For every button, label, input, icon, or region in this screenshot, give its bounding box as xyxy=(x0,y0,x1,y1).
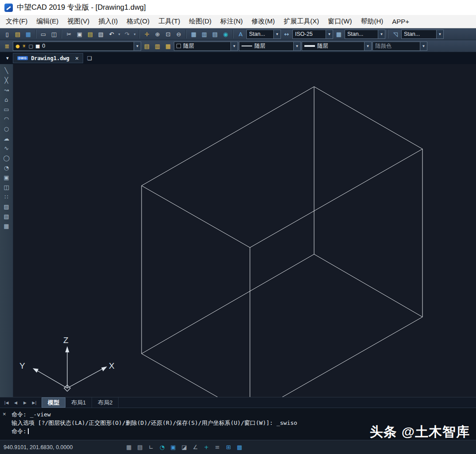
table-style-icon[interactable]: ▦ xyxy=(334,29,344,39)
menu-item-express[interactable]: 扩展工具(X) xyxy=(279,15,323,28)
chevron-down-icon[interactable]: ▼ xyxy=(134,42,141,50)
menu-item-draw[interactable]: 绘图(D) xyxy=(184,15,216,28)
table-panel-icon[interactable]: ▥ xyxy=(200,29,209,39)
quick-properties-icon[interactable]: ⊞ xyxy=(223,443,234,452)
chevron-down-icon[interactable]: ▼ xyxy=(230,42,238,50)
viewport-panel-icon[interactable]: ▦ xyxy=(189,29,199,39)
menu-item-tools[interactable]: 工具(T) xyxy=(154,15,184,28)
text-style-icon[interactable]: A xyxy=(236,29,246,39)
table-icon[interactable]: ▦ xyxy=(1,221,12,231)
chevron-down-icon[interactable]: ▼ xyxy=(273,30,280,38)
color-combo[interactable]: 随层▼ xyxy=(174,42,238,51)
menu-item-edit[interactable]: 编辑(E) xyxy=(32,15,63,28)
layer-isolate-icon[interactable]: ▦ xyxy=(163,41,173,51)
pan-icon[interactable]: ✛ xyxy=(142,29,152,39)
rectangle-icon[interactable]: ▭ xyxy=(1,105,12,114)
model-paper-toggle-icon[interactable]: ▩ xyxy=(234,443,245,452)
dim-style-combo[interactable]: ISO-25▼ xyxy=(292,30,333,39)
layer-states-icon[interactable]: ▥ xyxy=(153,41,162,51)
construction-line-icon[interactable]: ╳ xyxy=(1,76,12,85)
hatch-icon[interactable]: ▨ xyxy=(1,202,12,211)
object-snap-icon[interactable]: ▣ xyxy=(168,443,178,452)
polyline-icon[interactable]: ↝ xyxy=(1,85,12,95)
zoom-previous-icon[interactable]: ⊖ xyxy=(174,29,184,39)
menu-item-app[interactable]: APP+ xyxy=(388,15,414,28)
print-preview-icon[interactable]: ◫ xyxy=(49,29,59,39)
point-icon[interactable]: ∷ xyxy=(1,192,12,202)
make-block-icon[interactable]: ◫ xyxy=(1,183,12,192)
menu-item-modify[interactable]: 修改(M) xyxy=(247,15,280,28)
polygon-icon[interactable]: ⌂ xyxy=(1,95,12,104)
menu-item-window[interactable]: 窗口(W) xyxy=(323,15,356,28)
mleader-style-icon[interactable]: ◹ xyxy=(391,29,400,39)
redo-dropdown-icon[interactable]: ▾ xyxy=(133,32,137,36)
redo-icon[interactable]: ↷ xyxy=(122,29,132,39)
layer-combo[interactable]: ●☀▢■0▼ xyxy=(13,42,141,51)
grid-display-icon[interactable]: ▦ xyxy=(124,443,134,452)
spline-icon[interactable]: ∿ xyxy=(1,144,12,153)
chevron-down-icon[interactable]: ▼ xyxy=(436,30,443,38)
layout-tab-model[interactable]: 模型 xyxy=(42,397,65,408)
menu-item-dimension[interactable]: 标注(N) xyxy=(216,15,247,28)
previous-tab-button[interactable]: ◀ xyxy=(11,397,20,408)
ellipse-icon[interactable]: ◯ xyxy=(1,153,12,163)
table-style-combo[interactable]: Stan...▼ xyxy=(345,30,385,39)
text-style-combo[interactable]: Stan...▼ xyxy=(246,30,281,39)
layer-properties-icon[interactable]: ≣ xyxy=(2,41,12,51)
first-tab-button[interactable]: |◀ xyxy=(2,397,11,408)
menu-item-view[interactable]: 视图(V) xyxy=(63,15,94,28)
menu-item-insert[interactable]: 插入(I) xyxy=(94,15,122,28)
ellipse-arc-icon[interactable]: ◔ xyxy=(1,163,12,172)
new-tab-icon[interactable]: ❏ xyxy=(87,55,92,61)
drawing-canvas[interactable]: Z X Y xyxy=(13,64,476,397)
dim-style-icon[interactable]: ↔ xyxy=(282,29,292,39)
chevron-down-icon[interactable]: ▼ xyxy=(364,42,371,50)
lineweight-combo[interactable]: 随层▼ xyxy=(302,42,372,51)
menu-item-help[interactable]: 帮助(H) xyxy=(356,15,388,28)
close-icon[interactable]: × xyxy=(3,411,6,417)
new-icon[interactable]: ▯ xyxy=(2,29,12,39)
sheet-set-icon[interactable]: ▤ xyxy=(210,29,220,39)
layer-previous-icon[interactable]: ▤ xyxy=(142,41,152,51)
polar-tracking-icon[interactable]: ◔ xyxy=(157,443,167,452)
next-tab-button[interactable]: ▶ xyxy=(20,397,30,408)
render-icon[interactable]: ◉ xyxy=(221,29,230,39)
close-icon[interactable]: × xyxy=(75,55,79,62)
layout-tab-layout2[interactable]: 布局2 xyxy=(92,397,119,408)
line-icon[interactable]: ╲ xyxy=(1,66,12,75)
undo-dropdown-icon[interactable]: ▾ xyxy=(117,32,121,36)
match-properties-icon[interactable]: ▧ xyxy=(96,29,106,39)
document-tab-drawing1[interactable]: DWG Drawing1.dwg × xyxy=(13,53,84,63)
insert-block-icon[interactable]: ▣ xyxy=(1,173,12,182)
open-icon[interactable]: ▤ xyxy=(13,29,23,39)
cut-icon[interactable]: ✂ xyxy=(64,29,74,39)
ducs-icon[interactable]: ∠ xyxy=(190,443,200,452)
snap-icon[interactable]: ▤ xyxy=(135,443,145,452)
save-icon[interactable]: ▦ xyxy=(23,29,33,39)
menu-item-file[interactable]: 文件(F) xyxy=(1,15,32,28)
layout-tab-layout1[interactable]: 布局1 xyxy=(65,397,92,408)
paste-icon[interactable]: ▤ xyxy=(85,29,95,39)
last-tab-button[interactable]: ▶| xyxy=(30,397,39,408)
arc-icon[interactable]: ◠ xyxy=(1,114,12,124)
dynamic-input-icon[interactable]: + xyxy=(201,443,211,452)
copy-icon[interactable]: ▣ xyxy=(75,29,84,39)
object-tracking-icon[interactable]: ◪ xyxy=(179,443,189,452)
mleader-style-combo[interactable]: Stan...▼ xyxy=(401,30,444,39)
linetype-combo[interactable]: 随层▼ xyxy=(239,42,301,51)
chevron-down-icon[interactable]: ▼ xyxy=(326,30,333,38)
revision-cloud-icon[interactable]: ☁ xyxy=(1,134,12,143)
lineweight-display-icon[interactable]: ≡ xyxy=(212,443,223,452)
zoom-window-icon[interactable]: ⊡ xyxy=(163,29,173,39)
gradient-icon[interactable]: ▧ xyxy=(1,212,12,221)
tab-list-icon[interactable]: ▾ xyxy=(6,55,9,61)
menu-item-format[interactable]: 格式(O) xyxy=(122,15,154,28)
ortho-icon[interactable]: ∟ xyxy=(146,443,156,452)
zoom-realtime-icon[interactable]: ⊕ xyxy=(153,29,162,39)
chevron-down-icon[interactable]: ▼ xyxy=(420,42,427,50)
print-icon[interactable]: ▭ xyxy=(38,29,48,39)
chevron-down-icon[interactable]: ▼ xyxy=(378,30,385,38)
chevron-down-icon[interactable]: ▼ xyxy=(293,42,300,50)
undo-icon[interactable]: ↶ xyxy=(107,29,116,39)
plotstyle-combo[interactable]: 随颜色▼ xyxy=(372,42,427,51)
